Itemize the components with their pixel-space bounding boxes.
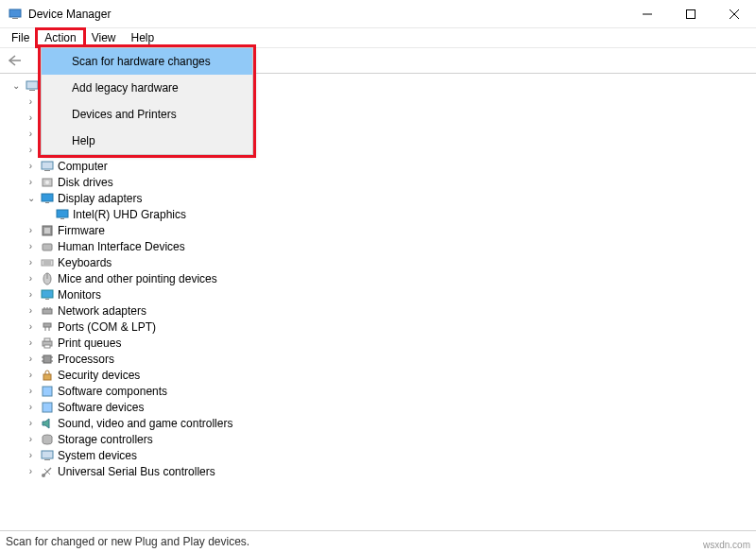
menu-item-help[interactable]: Help	[42, 128, 252, 154]
svg-rect-13	[42, 162, 53, 169]
tree-item[interactable]: ›Human Interface Devices	[25, 238, 756, 254]
svg-rect-39	[44, 338, 50, 341]
system-icon	[40, 448, 55, 463]
tree-item[interactable]: ›Security devices	[25, 367, 756, 383]
status-bar: Scan for changed or new Plug and Play de…	[0, 531, 756, 552]
svg-line-54	[47, 472, 50, 474]
menu-item-add-legacy[interactable]: Add legacy hardware	[42, 75, 252, 101]
expand-icon[interactable]: ›	[25, 305, 37, 316]
tree-label: Software components	[58, 385, 167, 398]
menu-file[interactable]: File	[4, 29, 37, 46]
close-button[interactable]	[713, 0, 756, 28]
keyboard-icon	[40, 255, 55, 270]
tree-label: Network adapters	[58, 304, 146, 318]
minimize-button[interactable]	[626, 0, 669, 28]
svg-rect-0	[9, 9, 21, 17]
svg-rect-24	[42, 260, 53, 266]
disk-icon	[40, 175, 55, 190]
tree-item[interactable]: ›Mice and other pointing devices	[25, 270, 756, 286]
computer-icon	[25, 78, 40, 94]
svg-rect-29	[42, 290, 53, 298]
tree-item[interactable]: ›Processors	[25, 351, 756, 367]
tree-item[interactable]: ›Network adapters	[25, 302, 756, 319]
svg-rect-3	[687, 9, 696, 18]
tree-item[interactable]: ›Monitors	[25, 286, 756, 302]
svg-rect-8	[29, 90, 35, 91]
window-controls	[626, 0, 756, 28]
tree-item[interactable]: ›Keyboards	[25, 254, 756, 270]
expand-icon[interactable]: ›	[25, 177, 37, 187]
tree-item[interactable]: ›Sound, video and game controllers	[25, 415, 756, 431]
tree-label: Ports (COM & LPT)	[58, 320, 156, 334]
tree-item[interactable]: Intel(R) UHD Graphics	[40, 206, 756, 222]
menu-action[interactable]: Action	[37, 29, 83, 46]
svg-rect-7	[26, 81, 38, 89]
expand-icon[interactable]: ›	[25, 273, 37, 284]
svg-rect-17	[42, 194, 53, 201]
hid-icon	[40, 239, 55, 254]
expand-icon[interactable]: ›	[25, 466, 37, 476]
tree-item[interactable]: ›Storage controllers	[25, 431, 756, 447]
expand-icon[interactable]: ›	[25, 450, 37, 460]
display-icon	[40, 191, 55, 206]
tree-label: Computer	[58, 160, 108, 173]
tree-label: Display adapters	[58, 192, 142, 205]
tree-item[interactable]: ›Computer	[25, 158, 756, 174]
expand-icon[interactable]: ›	[25, 145, 37, 155]
tree-label: Keyboards	[58, 256, 112, 269]
tree-label: System devices	[58, 449, 137, 462]
expand-icon[interactable]: ›	[25, 112, 37, 123]
menu-view[interactable]: View	[84, 29, 124, 46]
expand-icon[interactable]: ›	[25, 386, 37, 396]
tree-item[interactable]: ⌄Display adapters	[25, 190, 756, 206]
expand-icon[interactable]: ›	[25, 225, 37, 235]
maximize-button[interactable]	[669, 0, 713, 28]
expand-icon[interactable]: ›	[25, 337, 37, 348]
svg-rect-14	[44, 170, 50, 171]
menu-item-devices-printers[interactable]: Devices and Printers	[42, 101, 252, 128]
tree-label: Intel(R) UHD Graphics	[73, 208, 186, 221]
sound-icon	[40, 416, 55, 431]
watermark: wsxdn.com	[703, 540, 750, 550]
tree-item[interactable]: ›Ports (COM & LPT)	[25, 319, 756, 335]
status-text: Scan for changed or new Plug and Play de…	[6, 535, 249, 548]
tree-label: Monitors	[58, 288, 101, 302]
tree-label: Human Interface Devices	[58, 240, 185, 253]
tree-item[interactable]: ›Software components	[25, 383, 756, 399]
expand-icon[interactable]: ›	[25, 321, 37, 332]
tree-label: Print queues	[58, 336, 121, 350]
tree-label: Security devices	[58, 369, 140, 382]
expand-icon[interactable]: ›	[25, 354, 37, 364]
menu-help[interactable]: Help	[124, 29, 163, 46]
menu-item-scan-hardware[interactable]: Scan for hardware changes	[42, 48, 252, 75]
tree-label: Universal Serial Bus controllers	[58, 465, 215, 478]
svg-rect-48	[43, 403, 52, 412]
expand-icon[interactable]: ›	[25, 129, 37, 139]
svg-rect-41	[43, 355, 51, 363]
expand-icon[interactable]: ›	[25, 257, 37, 267]
expand-icon[interactable]: ›	[25, 96, 37, 107]
tree-label: Sound, video and game controllers	[58, 417, 232, 430]
expand-icon[interactable]: ⌄	[9, 80, 22, 91]
svg-rect-19	[57, 210, 68, 217]
expand-icon[interactable]: ›	[25, 241, 37, 251]
mouse-icon	[40, 271, 55, 286]
svg-rect-30	[45, 299, 49, 300]
expand-icon[interactable]: ›	[25, 161, 37, 171]
back-button[interactable]	[4, 50, 26, 71]
expand-icon[interactable]: ›	[25, 289, 37, 300]
expand-icon[interactable]: ›	[25, 402, 37, 412]
expand-icon[interactable]: ›	[25, 418, 37, 428]
computer-icon	[40, 159, 55, 174]
display-icon	[55, 207, 70, 222]
expand-icon[interactable]: ›	[25, 434, 37, 444]
tree-item[interactable]: ›Universal Serial Bus controllers	[25, 463, 756, 479]
tree-item[interactable]: ›Firmware	[25, 222, 756, 238]
collapse-icon[interactable]: ⌄	[25, 193, 37, 203]
tree-item[interactable]: ›Print queues	[25, 335, 756, 351]
expand-icon[interactable]: ›	[25, 370, 37, 380]
svg-rect-46	[43, 374, 51, 380]
tree-item[interactable]: ›System devices	[25, 447, 756, 463]
tree-item[interactable]: ›Disk drives	[25, 174, 756, 190]
tree-item[interactable]: ›Software devices	[25, 399, 756, 415]
